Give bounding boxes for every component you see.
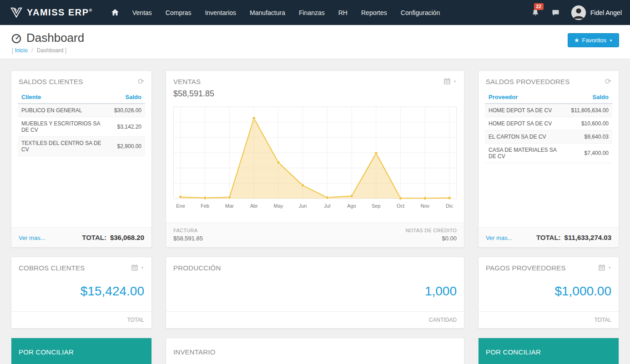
user-name: Fidel Angel — [590, 9, 622, 16]
total: TOTAL:$11,633,274.03 — [536, 234, 611, 241]
page-title: Dashboard — [26, 31, 84, 45]
panel-title: SALDOS PROVEEDORES — [486, 78, 570, 85]
refresh-icon[interactable]: ⟳ — [138, 78, 144, 85]
svg-text:Ene: Ene — [176, 203, 185, 209]
panel-title: PAGOS PROVEEDORES — [486, 264, 566, 272]
ventas-chart: EneFebMarAbrMayJunJulAgoSepOctNovDic — [166, 101, 464, 211]
date-range-picker[interactable]: ▼ — [598, 264, 611, 271]
nav-item[interactable]: Finanzas — [292, 0, 332, 25]
panel-por-conciliar-proveedores: POR CONCILIAR — [478, 338, 619, 364]
stat-footer-label: CANTIDAD — [166, 311, 464, 328]
panel-title: POR CONCILIAR — [19, 348, 74, 356]
panel-pagos-proveedores: PAGOS PROVEEDORES ▼ $1,000.00 — [478, 257, 619, 329]
home-icon — [111, 9, 119, 16]
nav-item[interactable]: Ventas — [126, 0, 159, 25]
panel-saldos-proveedores: SALDOS PROVEEDORES ⟳ Proveedor Saldo HOM… — [478, 70, 619, 248]
caret-down-icon: ▼ — [141, 266, 144, 270]
stat-value: $15,424.00 — [11, 275, 151, 311]
svg-text:Feb: Feb — [201, 203, 209, 209]
panel-ventas: VENTAS ▼ $58,591.85 E — [166, 70, 464, 248]
calendar-icon — [444, 78, 451, 85]
nav-item[interactable]: Compras — [159, 0, 198, 25]
panel-title: VENTAS — [173, 78, 201, 85]
stat-footer-label: TOTAL — [479, 311, 619, 328]
dashboard-content: SALDOS CLIENTES ⟳ Cliente Saldo PUBLICO … — [0, 59, 630, 364]
proveedores-table: Proveedor Saldo HOME DEPOT SA DE CV$11,6… — [485, 91, 612, 163]
breadcrumb-current: Dashboard — [37, 47, 64, 54]
refresh-icon[interactable]: ⟳ — [605, 78, 611, 85]
date-range-picker[interactable]: ▼ — [444, 78, 457, 85]
svg-text:Oct: Oct — [397, 203, 404, 209]
panel-title: INVENTARIO — [173, 348, 216, 356]
nav-item[interactable]: Inventarios — [198, 0, 243, 25]
stat-footer-label: TOTAL — [11, 311, 151, 328]
notifications-button[interactable]: 22 — [526, 0, 544, 25]
breadcrumb-home-link[interactable]: Inicio — [15, 47, 28, 54]
svg-text:Mar: Mar — [225, 203, 234, 209]
svg-text:May: May — [274, 203, 283, 209]
page-header: Dashboard [ Inicio / Dashboard ] ★ Favor… — [0, 25, 630, 59]
chat-icon — [552, 9, 559, 16]
table-row: PUBLICO EN GENERAL$30,026.00 — [18, 104, 145, 117]
ver-mas-link[interactable]: Ver mas... — [19, 234, 45, 241]
svg-text:Jul: Jul — [324, 203, 330, 209]
svg-text:Ago: Ago — [347, 203, 356, 209]
ventas-chart-svg: EneFebMarAbrMayJunJulAgoSepOctNovDic — [173, 102, 457, 211]
column-header: Saldo — [567, 91, 612, 104]
breadcrumb: [ Inicio / Dashboard ] — [12, 47, 84, 54]
user-menu[interactable]: Fidel Angel — [567, 5, 622, 20]
caret-down-icon: ▼ — [608, 266, 611, 270]
svg-text:Jun: Jun — [299, 203, 307, 209]
panel-produccion: PRODUCCIÓN 1,000 CANTIDAD — [166, 257, 464, 329]
table-row: CASA DE MATERIALES SA DE CV$7,400.00 — [485, 144, 612, 163]
date-range-picker[interactable]: ▼ — [131, 264, 144, 271]
brand-mark-icon — [10, 7, 23, 19]
table-row: MUEBLES Y ESCRITORIOS SA DE CV$3,142.20 — [18, 117, 145, 137]
clientes-table: Cliente Saldo PUBLICO EN GENERAL$30,026.… — [18, 91, 145, 156]
table-row: HOME DEPOT SA DE CV$11,605,634.00 — [485, 104, 612, 117]
nav-item[interactable]: Manufactura — [243, 0, 292, 25]
nav-item[interactable]: Configuración — [394, 0, 447, 25]
calendar-icon — [131, 264, 138, 271]
brand-logo[interactable]: YAMISS ERP® — [0, 0, 105, 25]
column-header: Cliente — [18, 91, 111, 104]
panel-title: PRODUCCIÓN — [173, 264, 221, 272]
calendar-icon — [598, 264, 605, 271]
panel-title: POR CONCILIAR — [486, 348, 541, 356]
nav-item[interactable]: Reportes — [354, 0, 394, 25]
table-row: HOME DEPOT SA DE CV$10,600.00 — [485, 117, 612, 130]
navbar-right: 22 Fidel Angel — [526, 0, 630, 25]
svg-text:Sep: Sep — [372, 203, 381, 209]
navbar: YAMISS ERP® VentasComprasInventariosManu… — [0, 0, 630, 25]
column-header: Proveedor — [485, 91, 567, 104]
nav-item-home[interactable] — [105, 0, 126, 25]
table-row: EL CARTON SA DE CV$9,640.03 — [485, 130, 612, 144]
caret-down-icon: ▼ — [609, 39, 613, 43]
avatar — [571, 5, 586, 20]
messages-button[interactable] — [546, 0, 565, 25]
ver-mas-link[interactable]: Ver mas... — [486, 234, 513, 241]
panel-por-conciliar-clientes: POR CONCILIAR — [11, 338, 152, 364]
table-row: TEXTILES DEL CENTRO SA DE CV$2,900.00 — [18, 137, 145, 156]
panel-cobros-clientes: COBROS CLIENTES ▼ $15,424.00 T — [11, 257, 152, 329]
factura-block: FACTURA $58,591.85 — [173, 228, 203, 242]
panel-title: COBROS CLIENTES — [19, 264, 85, 272]
caret-down-icon: ▼ — [453, 80, 457, 84]
column-header: Saldo — [111, 91, 145, 104]
panel-saldos-clientes: SALDOS CLIENTES ⟳ Cliente Saldo PUBLICO … — [11, 70, 152, 248]
stat-value: 1,000 — [166, 275, 464, 311]
ventas-amount: $58,591.85 — [166, 89, 464, 101]
svg-text:Dic: Dic — [446, 203, 453, 209]
panel-inventario: INVENTARIO — [166, 338, 464, 364]
notas-credito-block: NOTAS DE CRÉDITO $0.00 — [405, 228, 457, 242]
stat-value: $1,000.00 — [479, 275, 619, 311]
notifications-badge: 22 — [534, 3, 544, 10]
total: TOTAL:$36,068.20 — [82, 234, 144, 241]
panel-title: SALDOS CLIENTES — [19, 78, 83, 85]
dashboard-gauge-icon — [11, 33, 22, 44]
svg-text:Abr: Abr — [250, 203, 258, 209]
nav-item[interactable]: RH — [332, 0, 354, 25]
favorites-button[interactable]: ★ Favoritos ▼ — [568, 33, 619, 47]
star-icon: ★ — [574, 37, 580, 44]
svg-text:Nov: Nov — [421, 203, 430, 209]
